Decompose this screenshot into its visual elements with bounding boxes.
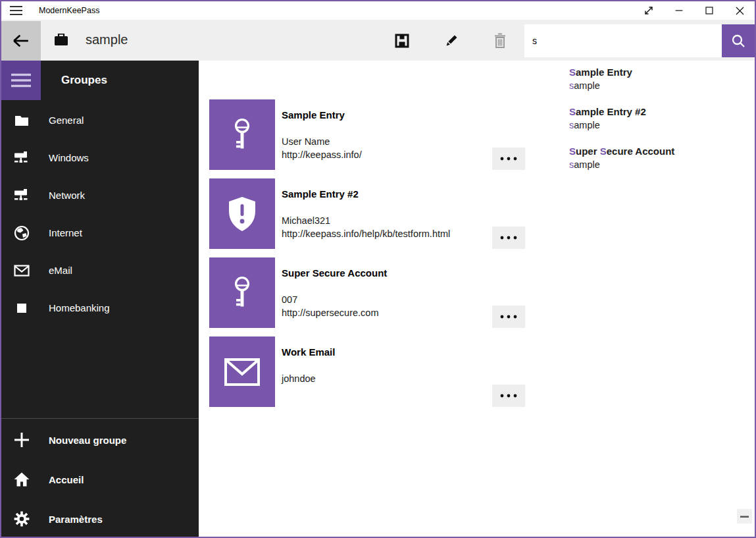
- entry-title: Super Secure Account: [282, 267, 525, 279]
- entry-panel: Sample Entry User Name http://keepass.in…: [199, 61, 755, 537]
- entry-tile[interactable]: [209, 178, 275, 249]
- app-window: ModernKeePass sample: [0, 0, 756, 538]
- entry-url: http://keepass.info/: [282, 148, 525, 161]
- suggestion-title: Sample Entry #2: [569, 105, 753, 119]
- entry-text: Super Secure Account 007 http://supersec…: [282, 257, 525, 319]
- key-icon: [227, 273, 257, 313]
- delete-button[interactable]: [484, 21, 516, 61]
- folder-icon: [14, 113, 30, 128]
- titlebar-menu-icon[interactable]: [9, 5, 24, 16]
- network-drive-icon: [14, 150, 30, 166]
- window-controls: [634, 1, 755, 20]
- suggestion-subtitle: sample: [569, 158, 753, 171]
- gear-icon: [14, 511, 30, 527]
- new-group-button[interactable]: Nouveau groupe: [1, 420, 199, 460]
- sidebar-item-general[interactable]: General: [1, 101, 199, 139]
- sidebar-item-network[interactable]: Network: [1, 176, 199, 214]
- edit-pencil-icon: [443, 33, 459, 49]
- entry-list: Sample Entry User Name http://keepass.in…: [209, 99, 525, 416]
- close-icon: [736, 7, 744, 15]
- entry-username: johndoe: [282, 372, 525, 385]
- suggestion-item[interactable]: Super Secure Account sample: [569, 145, 753, 171]
- entry-username: User Name: [282, 135, 525, 148]
- save-button[interactable]: [386, 21, 418, 61]
- entry-row[interactable]: Super Secure Account 007 http://supersec…: [209, 257, 525, 328]
- delete-trash-icon: [493, 33, 507, 49]
- mail-icon: [14, 263, 30, 279]
- more-dots-icon: [499, 315, 518, 319]
- entry-more-button[interactable]: [492, 227, 525, 249]
- minimize-icon: [675, 7, 683, 14]
- suggestion-title: Sample Entry: [569, 66, 753, 79]
- key-icon: [227, 115, 257, 155]
- minimize-button[interactable]: [664, 1, 694, 20]
- sidebar-item-label: eMail: [49, 265, 72, 276]
- maximize-button[interactable]: [694, 1, 724, 20]
- sidebar: Groupes General Windows Network: [1, 61, 199, 537]
- more-dots-icon: [499, 157, 518, 161]
- search-button[interactable]: [722, 24, 755, 57]
- entry-username: 007: [282, 293, 525, 306]
- sidebar-item-internet[interactable]: Internet: [1, 214, 199, 252]
- edit-button[interactable]: [436, 21, 467, 61]
- sidebar-item-email[interactable]: eMail: [1, 252, 199, 289]
- minus-icon: [740, 516, 749, 518]
- entry-row[interactable]: Sample Entry User Name http://keepass.in…: [209, 99, 525, 170]
- entry-more-button[interactable]: [492, 385, 525, 407]
- sidebar-actions: Nouveau groupe Accueil Paramètres: [1, 420, 199, 538]
- maximize-icon: [705, 7, 713, 14]
- appbar: sample: [1, 20, 755, 61]
- entry-text: Sample Entry #2 Michael321 http://keepas…: [282, 178, 525, 240]
- more-dots-icon: [499, 394, 518, 398]
- suggestion-title: Super Secure Account: [569, 145, 753, 158]
- zoom-out-button[interactable]: [737, 509, 752, 524]
- entry-more-button[interactable]: [492, 306, 525, 328]
- database-briefcase-icon: [54, 34, 68, 47]
- entry-title: Sample Entry #2: [282, 188, 525, 200]
- entry-title: Sample Entry: [282, 109, 525, 121]
- hamburger-icon: [11, 73, 31, 88]
- home-button[interactable]: Accueil: [1, 460, 199, 499]
- suggestion-subtitle: sample: [569, 119, 753, 132]
- network-drive-icon: [14, 188, 30, 203]
- save-icon: [394, 33, 410, 49]
- entry-tile[interactable]: [209, 99, 275, 170]
- suggestion-item[interactable]: Sample Entry sample: [569, 66, 753, 92]
- suggestion-subtitle: sample: [569, 79, 753, 92]
- home-icon: [14, 471, 30, 487]
- sidebar-item-label: Windows: [49, 152, 89, 163]
- fullscreen-button[interactable]: [634, 1, 664, 20]
- entry-tile[interactable]: [209, 257, 275, 328]
- close-button[interactable]: [724, 1, 755, 20]
- sidebar-item-label: General: [49, 115, 84, 126]
- entry-username: Michael321: [282, 214, 525, 227]
- sidebar-menu-button[interactable]: [1, 61, 41, 100]
- home-label: Accueil: [49, 474, 84, 485]
- entry-title: Work Email: [282, 346, 525, 358]
- new-group-label: Nouveau groupe: [49, 435, 126, 446]
- entry-tile[interactable]: [209, 336, 275, 407]
- sidebar-item-homebanking[interactable]: Homebanking: [1, 289, 199, 327]
- groups-header: Groupes: [61, 61, 107, 100]
- globe-icon: [14, 225, 30, 241]
- sidebar-item-windows[interactable]: Windows: [1, 139, 199, 176]
- app-title: ModernKeePass: [39, 1, 99, 20]
- sidebar-item-label: Network: [49, 190, 85, 201]
- shield-alert-icon: [226, 196, 259, 232]
- search-icon: [730, 33, 746, 49]
- back-button[interactable]: [1, 21, 41, 61]
- database-title: sample: [86, 20, 128, 61]
- suggestion-item[interactable]: Sample Entry #2 sample: [569, 105, 753, 132]
- more-dots-icon: [499, 236, 518, 240]
- settings-button[interactable]: Paramètres: [1, 499, 199, 538]
- mail-icon: [224, 358, 260, 386]
- entry-row[interactable]: Sample Entry #2 Michael321 http://keepas…: [209, 178, 525, 249]
- sidebar-item-label: Internet: [49, 227, 82, 238]
- entry-text: Sample Entry User Name http://keepass.in…: [282, 99, 525, 161]
- entry-url: http://supersecure.com: [282, 306, 525, 319]
- plus-icon: [14, 432, 30, 448]
- entry-row[interactable]: Work Email johndoe: [209, 336, 525, 407]
- settings-label: Paramètres: [49, 514, 103, 525]
- entry-more-button[interactable]: [492, 148, 525, 170]
- search-input[interactable]: [524, 24, 722, 57]
